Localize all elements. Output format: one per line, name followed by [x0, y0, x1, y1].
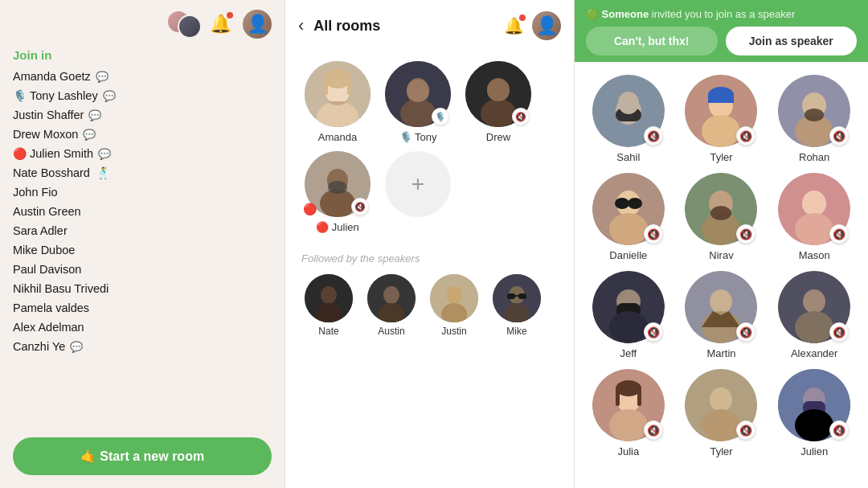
- panel-right: 🟢 Someone invited you to join as a speak…: [575, 0, 868, 488]
- person-name: Mason: [799, 249, 830, 261]
- person-emoji: 🕺: [96, 166, 110, 179]
- right-person[interactable]: 🔇 Julia: [584, 369, 673, 457]
- right-people-grid: 🔇 Sahil 🔇 Tyler: [575, 62, 868, 470]
- user-avatar-middle[interactable]: 👤: [532, 11, 561, 40]
- svg-point-37: [618, 92, 639, 114]
- bell-icon-left[interactable]: 🔔: [210, 14, 231, 35]
- add-speaker-item[interactable]: +: [382, 151, 454, 233]
- listener-item[interactable]: Justin: [427, 274, 481, 337]
- right-person[interactable]: 🔇 Rohan: [770, 75, 858, 163]
- martin-name: Martin: [706, 347, 735, 359]
- bell-icon-middle[interactable]: 🔔: [504, 16, 524, 35]
- speaker-item[interactable]: 🎙️ 🎙️ Tony: [382, 61, 454, 143]
- speakers-grid: Amanda 🎙️ 🎙️ Tony: [285, 48, 574, 246]
- right-person[interactable]: 🔇 Mason: [770, 173, 858, 261]
- svg-point-82: [795, 409, 833, 441]
- right-person[interactable]: 🔇 Jeff: [584, 271, 673, 359]
- invite-buttons: Can't, but thx! Join as speaker: [586, 27, 857, 55]
- person-name: Alexander: [791, 347, 838, 359]
- person-avatar-wrap: 🔇: [778, 173, 850, 245]
- right-person[interactable]: 🔇 Sahil: [584, 75, 673, 163]
- list-item[interactable]: Sara Adler: [13, 221, 272, 240]
- middle-header: ‹ All rooms 🔔 👤: [285, 0, 574, 48]
- svg-point-13: [481, 99, 516, 127]
- join-as-speaker-button[interactable]: Join as speaker: [726, 27, 858, 55]
- user-avatar-left[interactable]: 👤: [243, 10, 272, 39]
- listener-name: Mike: [506, 326, 526, 337]
- speaker-name: 🔴 Julien: [316, 221, 359, 233]
- svg-point-10: [407, 80, 429, 102]
- right-person[interactable]: 🔇 Julien: [770, 369, 858, 457]
- right-person[interactable]: 🔇 Nirav: [678, 173, 766, 261]
- svg-point-58: [802, 191, 826, 216]
- person-avatar-wrap: 🔇: [685, 369, 757, 441]
- list-item[interactable]: Pamela valdes: [13, 298, 272, 318]
- message-icon: 💬: [103, 90, 116, 102]
- listener-item[interactable]: Nate: [301, 274, 356, 337]
- list-item[interactable]: Austin Green: [13, 202, 272, 221]
- person-avatar-wrap: 🔇: [685, 271, 757, 343]
- svg-point-51: [628, 198, 642, 209]
- person-avatar-wrap: 🔇: [592, 271, 665, 343]
- listener-item[interactable]: Mike: [489, 274, 544, 337]
- svg-rect-32: [518, 293, 526, 299]
- list-item[interactable]: Nikhil Basu Trivedi: [13, 279, 272, 298]
- right-person[interactable]: 🔇 Tyler: [678, 369, 766, 457]
- list-item[interactable]: Canzhi Ye 💬: [13, 337, 272, 356]
- listener-item[interactable]: Austin: [364, 274, 419, 337]
- svg-point-72: [609, 409, 648, 441]
- right-person[interactable]: 🔇 Tyler: [678, 75, 766, 163]
- list-item[interactable]: John Fio: [13, 182, 272, 202]
- list-item[interactable]: Mike Duboe: [13, 240, 272, 260]
- person-name: Nikhil Basu Trivedi: [13, 282, 108, 295]
- speaker-item[interactable]: 🔇 Drew: [462, 61, 534, 143]
- speaker-item[interactable]: Amanda: [301, 61, 374, 143]
- right-person[interactable]: 🔇 Alexander: [770, 271, 858, 359]
- person-avatar-wrap: 🔇: [592, 173, 665, 245]
- person-name: Nirav: [709, 249, 733, 261]
- list-item[interactable]: Amanda Goetz 💬: [13, 67, 272, 86]
- right-person[interactable]: 🔇 Martin: [678, 271, 766, 359]
- list-item[interactable]: 🔴 Julien Smith 💬: [13, 144, 272, 163]
- svg-point-14: [487, 79, 510, 101]
- list-item[interactable]: Paul Davison: [13, 260, 272, 279]
- person-name: Paul Davison: [13, 263, 81, 276]
- svg-point-59: [795, 213, 833, 245]
- person-avatar-wrap: 🔇: [778, 271, 850, 343]
- listener-name: Justin: [441, 326, 466, 337]
- start-room-button[interactable]: 🤙 Start a new room: [13, 437, 272, 475]
- back-button[interactable]: ‹: [298, 15, 304, 36]
- message-icon: 💬: [83, 129, 96, 141]
- list-item[interactable]: Drew Moxon 💬: [13, 125, 272, 144]
- mic-off-icon: 🔇: [736, 322, 755, 342]
- person-name: Nate Bosshard: [13, 166, 90, 179]
- right-person[interactable]: 🔇 Danielle: [584, 173, 673, 261]
- person-name: Tyler: [710, 445, 732, 457]
- svg-rect-75: [637, 388, 641, 406]
- svg-point-4: [324, 69, 351, 88]
- person-name: Rohan: [799, 151, 829, 163]
- mic-off-icon: 🔇: [736, 126, 755, 146]
- person-name: Sara Adler: [13, 224, 68, 237]
- person-avatar-wrap: 🔇: [778, 75, 850, 147]
- mic-muted-badge: 🔇: [512, 108, 530, 125]
- add-speaker-button[interactable]: +: [385, 151, 451, 217]
- svg-point-68: [803, 289, 825, 314]
- person-name: Danielle: [609, 249, 647, 261]
- svg-point-20: [321, 286, 337, 304]
- person-name: Jeff: [620, 347, 637, 359]
- svg-point-65: [710, 289, 732, 314]
- list-item[interactable]: 🎙️ Tony Lashley 💬: [13, 86, 272, 105]
- list-item[interactable]: Justin Shaffer 💬: [13, 105, 272, 125]
- emoji-badge: 🔴: [303, 203, 317, 215]
- list-item[interactable]: Nate Bosshard 🕺: [13, 163, 272, 182]
- list-item[interactable]: Alex Adelman: [13, 318, 272, 337]
- speaker-item[interactable]: 🔴 🔇 🔴 Julien: [301, 151, 374, 233]
- person-name: Tyler: [710, 151, 732, 163]
- speaker-avatar: 🔇: [465, 61, 531, 127]
- decline-button[interactable]: Can't, but thx!: [586, 27, 718, 55]
- mic-off-icon: 🔇: [829, 322, 849, 342]
- person-avatar-wrap: 🔇: [778, 369, 850, 441]
- listener-avatar: [430, 274, 478, 322]
- person-name: Justin Shaffer: [13, 109, 84, 121]
